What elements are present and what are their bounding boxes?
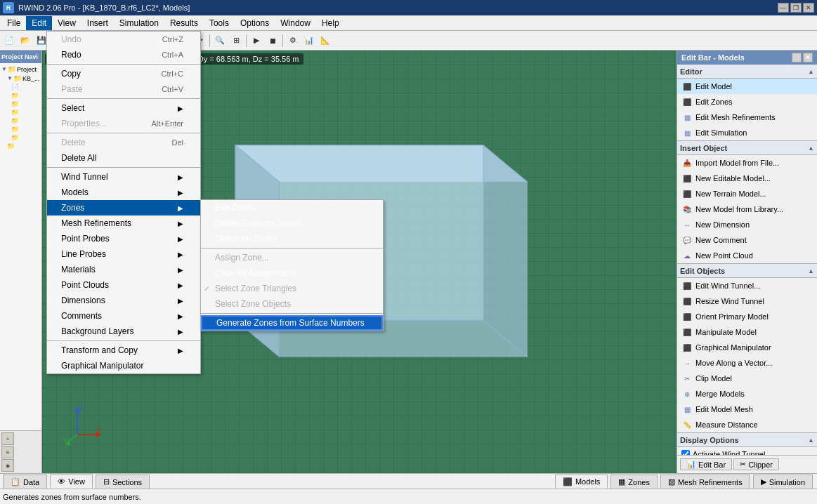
restore-button[interactable]: ❐	[790, 3, 802, 13]
models-menu-item[interactable]: Models ▶	[47, 185, 200, 200]
activate-wind-cb[interactable]	[681, 450, 690, 455]
edit-objects-expand[interactable]: ▲	[808, 267, 814, 274]
tree-node8[interactable]: 📁	[1, 142, 40, 150]
tree-node5[interactable]: 📁	[1, 117, 40, 125]
data-tab[interactable]: 📋 Data	[3, 475, 47, 489]
sections-tab[interactable]: ⊟ Sections	[96, 475, 150, 489]
clipper-tab[interactable]: ✂ Clipper	[733, 458, 779, 470]
materials-menu[interactable]: Materials ▶	[47, 262, 200, 277]
point-probes-menu[interactable]: Point Probes ▶	[47, 231, 200, 246]
new-terrain-item[interactable]: ⬛ New Terrain Model...	[677, 186, 817, 201]
models-tab[interactable]: ⬛ Models	[555, 475, 608, 489]
menu-tools[interactable]: Tools	[204, 16, 235, 30]
delete-all-zones[interactable]: Delete All Zones	[201, 231, 383, 246]
toolbar-misc2[interactable]: 📊	[301, 33, 317, 48]
select-item[interactable]: Select ▶	[47, 100, 200, 116]
tree-node7[interactable]: 📁	[1, 133, 40, 142]
bg-layers-menu[interactable]: Background Layers ▶	[47, 324, 200, 339]
mesh-ref-tab[interactable]: ▧ Mesh Refinements	[660, 475, 750, 489]
toolbar-open[interactable]: 📂	[18, 33, 33, 48]
redo-item[interactable]: Redo Ctrl+A	[47, 47, 200, 62]
delete-sel-zones[interactable]: Delete Selected Zones...	[201, 215, 383, 231]
select-zone-obj[interactable]: Select Zone Objects	[201, 296, 383, 312]
zones-tab[interactable]: ▦ Zones	[610, 475, 658, 489]
tree-node6[interactable]: 📁	[1, 125, 40, 133]
tree-node2[interactable]: 📁	[1, 91, 40, 100]
right-panel-scroll[interactable]: Editor ▲ ⬛ Edit Model ⬛ Edit Zones ▦ Edi…	[677, 65, 817, 455]
minimize-button[interactable]: —	[778, 3, 789, 13]
close-button[interactable]: ✕	[803, 3, 814, 13]
menu-help[interactable]: Help	[316, 16, 345, 30]
toolbar-misc3[interactable]: 📐	[318, 33, 333, 48]
editor-expand[interactable]: ▲	[808, 68, 814, 75]
toolbar-stop[interactable]: ⏹	[265, 33, 280, 48]
select-zone-tri[interactable]: ✓ Select Zone Triangles	[201, 281, 383, 296]
line-probes-menu[interactable]: Line Probes ▶	[47, 246, 200, 262]
paste-item[interactable]: Paste Ctrl+V	[47, 81, 200, 97]
sidebar-btn2[interactable]: ≡	[1, 446, 14, 458]
toolbar-fit[interactable]: ⊞	[228, 33, 244, 48]
edit-mesh2-item[interactable]: ▦ Edit Model Mesh	[677, 402, 817, 417]
tree-kb[interactable]: ▼ 📁 KB_...	[1, 74, 40, 83]
edit-sim-item[interactable]: ▦ Edit Simulation	[677, 125, 817, 140]
edit-wind-item[interactable]: ⬛ Edit Wind Tunnel...	[677, 278, 817, 293]
transform-copy-menu[interactable]: Transform and Copy ▶	[47, 343, 200, 358]
insert-expand[interactable]: ▲	[808, 145, 814, 152]
properties-item[interactable]: Properties... Alt+Enter	[47, 116, 200, 131]
menu-insert[interactable]: Insert	[81, 16, 114, 30]
resize-wind-item[interactable]: ⬛ Resize Wind Tunnel	[677, 293, 817, 309]
measure-dist-item[interactable]: 📏 Measure Distance	[677, 417, 817, 432]
toolbar-misc1[interactable]: ⚙	[285, 33, 301, 48]
graphical-manip-item[interactable]: ⬛ Graphical Manipulator	[677, 340, 817, 355]
edit-mesh-item[interactable]: ▦ Edit Mesh Refinements	[677, 110, 817, 125]
manipulate-item[interactable]: ⬛ Manipulate Model	[677, 324, 817, 340]
menu-file[interactable]: File	[1, 16, 26, 30]
new-dimension-item[interactable]: ↔ New Dimension	[677, 217, 817, 232]
tree-model[interactable]: 📄	[1, 83, 40, 91]
sidebar-btn3[interactable]: ◈	[1, 459, 14, 472]
delete-all-item[interactable]: Delete All	[47, 150, 200, 166]
menu-options[interactable]: Options	[235, 16, 275, 30]
mesh-ref-menu[interactable]: Mesh Refinements ▶	[47, 215, 200, 231]
import-model-item[interactable]: 📥 Import Model from File...	[677, 155, 817, 171]
tree-project[interactable]: ▼ 📁 Project	[1, 65, 40, 74]
edit-zones-sub[interactable]: Edit Zones...	[201, 200, 383, 215]
tree-node3[interactable]: 📁	[1, 100, 40, 108]
undo-item[interactable]: Undo Ctrl+Z	[47, 32, 200, 47]
view-tab[interactable]: 👁 View	[50, 475, 93, 489]
toolbar-new[interactable]: 📄	[1, 33, 17, 48]
menu-simulation[interactable]: Simulation	[114, 16, 164, 30]
gen-zones-item[interactable]: Generate Zones from Surface Numbers	[201, 315, 383, 331]
panel-float-btn[interactable]: □	[792, 53, 802, 62]
display-expand[interactable]: ▲	[808, 437, 814, 444]
comments-menu[interactable]: Comments ▶	[47, 308, 200, 324]
toolbar-run[interactable]: ▶	[249, 33, 264, 48]
clear-assignments[interactable]: Clear All Assignments	[201, 265, 383, 281]
edit-zones-item[interactable]: ⬛ Edit Zones	[677, 94, 817, 110]
edit-bar-tab[interactable]: 📊 Edit Bar	[680, 458, 732, 470]
menu-results[interactable]: Results	[164, 16, 204, 30]
merge-models-item[interactable]: ⊕ Merge Models	[677, 386, 817, 402]
assign-zone[interactable]: Assign Zone...	[201, 250, 383, 265]
zones-menu-item[interactable]: Zones ▶ Edit Zones... Delete Selected Zo…	[47, 200, 200, 215]
new-cloud-item[interactable]: ☁ New Point Cloud	[677, 248, 817, 263]
delete-item[interactable]: Delete Del	[47, 135, 200, 150]
sidebar-btn1[interactable]: +	[1, 432, 14, 445]
wind-tunnel-item[interactable]: Wind Tunnel ▶	[47, 169, 200, 185]
panel-close-btn[interactable]: ✕	[803, 53, 813, 62]
move-vector-item[interactable]: → Move Along a Vector...	[677, 355, 817, 371]
graphical-manip-menu[interactable]: Graphical Manipulator	[47, 358, 200, 373]
point-clouds-menu[interactable]: Point Clouds ▶	[47, 277, 200, 293]
new-library-item[interactable]: 📚 New Model from Library...	[677, 201, 817, 217]
dimensions-menu[interactable]: Dimensions ▶	[47, 293, 200, 308]
edit-model-item[interactable]: ⬛ Edit Model	[677, 79, 817, 94]
copy-item[interactable]: Copy Ctrl+C	[47, 66, 200, 81]
simulation-tab[interactable]: ▶ Simulation	[753, 475, 813, 489]
new-comment-item[interactable]: 💬 New Comment	[677, 232, 817, 248]
tree-node4[interactable]: 📁	[1, 108, 40, 117]
menu-view[interactable]: View	[52, 16, 81, 30]
orient-primary-item[interactable]: ⬛ Orient Primary Model	[677, 309, 817, 324]
toolbar-zoom[interactable]: 🔍	[212, 33, 228, 48]
menu-window[interactable]: Window	[275, 16, 316, 30]
menu-edit[interactable]: Edit	[26, 16, 52, 30]
